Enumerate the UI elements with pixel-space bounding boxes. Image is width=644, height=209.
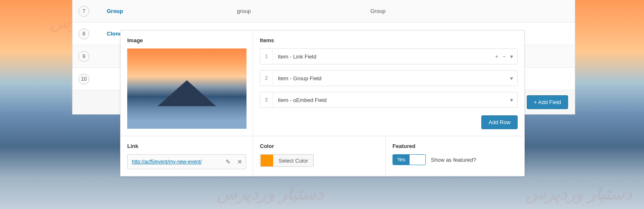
image-label: Image <box>127 37 246 43</box>
order-badge: 7 <box>78 6 89 17</box>
add-row-button[interactable]: Add Row <box>481 115 518 129</box>
item-order: 3 <box>260 92 273 108</box>
featured-help: Show as featured? <box>431 157 476 163</box>
chevron-down-icon[interactable]: ▾ <box>510 97 513 103</box>
image-section: Image <box>121 31 253 136</box>
link-url[interactable]: http://acf5/event/my-new-event/ <box>128 159 222 165</box>
image-preview[interactable] <box>127 48 247 129</box>
link-field: http://acf5/event/my-new-event/ ✎ ✕ <box>127 154 246 169</box>
color-label: Color <box>260 143 379 149</box>
field-type: Group <box>370 8 575 14</box>
pencil-icon[interactable]: ✎ <box>222 158 234 165</box>
mountain-graphic <box>158 80 216 106</box>
toggle-yes-label: Yes <box>393 155 410 165</box>
color-button-label: Select Color <box>274 158 313 164</box>
minus-icon[interactable]: − <box>503 53 506 60</box>
item-label: Item - oEmbed Field <box>273 97 510 103</box>
order-badge: 8 <box>78 28 89 39</box>
repeater-item[interactable]: 1 Item - Link Field + − ▾ <box>260 48 518 64</box>
items-section: Items 1 Item - Link Field + − ▾ 2 Item -… <box>253 31 524 136</box>
item-order: 2 <box>260 70 273 86</box>
link-section: Link http://acf5/event/my-new-event/ ✎ ✕ <box>121 136 253 176</box>
add-field-button[interactable]: + Add Field <box>527 95 568 109</box>
repeater-item[interactable]: 2 Item - Group Field ▾ <box>260 70 518 86</box>
color-section: Color Select Color <box>253 136 386 176</box>
item-label: Item - Group Field <box>273 75 510 82</box>
featured-label: Featured <box>392 143 518 149</box>
table-row[interactable]: 7 Group group Group <box>73 0 575 23</box>
item-order: 1 <box>260 48 273 64</box>
link-label: Link <box>127 143 246 149</box>
order-badge: 10 <box>78 74 89 84</box>
close-icon[interactable]: ✕ <box>234 158 246 165</box>
plus-icon[interactable]: + <box>495 53 498 60</box>
color-picker-button[interactable]: Select Color <box>260 154 314 167</box>
field-editor-panel: Image Items 1 Item - Link Field + − ▾ 2 … <box>120 30 525 176</box>
featured-section: Featured Yes Show as featured? <box>386 136 524 176</box>
field-label[interactable]: Group <box>95 8 237 14</box>
color-swatch <box>261 155 273 166</box>
items-label: Items <box>260 37 518 43</box>
watermark: دستیار وردپرس <box>526 184 632 203</box>
field-name: group <box>237 8 370 14</box>
chevron-down-icon[interactable]: ▾ <box>510 75 513 82</box>
watermark: دستیار وردپرس <box>217 184 324 203</box>
item-label: Item - Link Field <box>273 54 495 60</box>
order-badge: 9 <box>78 51 89 62</box>
chevron-down-icon[interactable]: ▾ <box>510 53 513 60</box>
repeater-item[interactable]: 3 Item - oEmbed Field ▾ <box>260 92 518 108</box>
featured-toggle[interactable]: Yes <box>392 154 426 165</box>
